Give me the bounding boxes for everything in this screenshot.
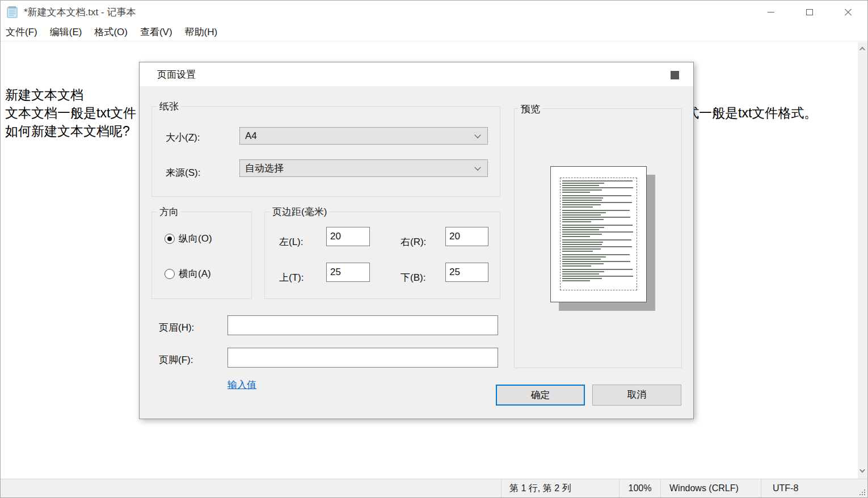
- preview-margin-outline: [560, 178, 637, 290]
- header-input[interactable]: [227, 315, 498, 335]
- orientation-group: 方向: [151, 212, 252, 299]
- paper-source-label: 来源(S):: [166, 166, 200, 179]
- margins-group: 页边距(毫米): [264, 212, 500, 299]
- portrait-radio[interactable]: 纵向(O): [165, 232, 212, 245]
- paper-size-select[interactable]: A4: [239, 127, 488, 145]
- input-value-link[interactable]: 输入值: [227, 378, 256, 391]
- portrait-radio-label: 纵向(O): [179, 232, 212, 245]
- minimize-icon: [768, 12, 774, 12]
- margin-bottom-input[interactable]: [445, 263, 488, 282]
- status-spacer: [1, 479, 501, 497]
- close-icon: [844, 7, 853, 16]
- paper-size-label: 大小(Z):: [166, 131, 200, 144]
- menu-bar: 文件(F) 编辑(E) 格式(O) 查看(V) 帮助(H): [1, 23, 867, 41]
- minimize-button[interactable]: [752, 1, 790, 23]
- chevron-down-icon: [474, 164, 481, 170]
- ok-button[interactable]: 确定: [496, 385, 585, 406]
- status-line-ending: Windows (CRLF): [660, 479, 761, 497]
- footer-label: 页脚(F):: [159, 353, 193, 366]
- paper-source-select[interactable]: 自动选择: [239, 159, 488, 177]
- vertical-scrollbar[interactable]: [858, 42, 867, 480]
- title-bar: *新建文本文档.txt - 记事本: [1, 1, 867, 23]
- menu-help[interactable]: 帮助(H): [179, 23, 224, 41]
- paper-source-value: 自动选择: [245, 162, 284, 175]
- dialog-close-button[interactable]: [663, 67, 686, 83]
- dialog-title-bar: 页面设置: [140, 62, 693, 86]
- radio-checked-icon: [165, 234, 175, 244]
- paper-size-value: A4: [245, 130, 257, 142]
- chevron-down-icon: [474, 132, 481, 138]
- window-controls: [752, 1, 867, 23]
- header-label: 页眉(H):: [159, 321, 194, 334]
- notepad-window: *新建文本文档.txt - 记事本 文件(F) 编辑(E) 格式(O) 查看(V…: [0, 0, 868, 498]
- preview-greek-text: [562, 180, 635, 281]
- menu-format[interactable]: 格式(O): [88, 23, 134, 41]
- margin-top-input[interactable]: [326, 263, 370, 282]
- paper-group: 纸张: [151, 106, 500, 197]
- margin-left-label: 左(L):: [279, 235, 304, 248]
- scroll-down-icon[interactable]: [860, 469, 865, 474]
- dialog-title: 页面设置: [157, 68, 196, 81]
- menu-view[interactable]: 查看(V): [134, 23, 179, 41]
- close-button[interactable]: [829, 1, 867, 23]
- margin-top-label: 上(T):: [279, 271, 304, 284]
- window-title: *新建文本文档.txt - 记事本: [24, 6, 136, 19]
- margins-group-label: 页边距(毫米): [270, 206, 329, 217]
- margin-left-input[interactable]: [326, 227, 370, 246]
- radio-unchecked-icon: [165, 269, 175, 279]
- status-bar: 第 1 行, 第 2 列 100% Windows (CRLF) UTF-8: [1, 479, 867, 497]
- dialog-close-icon: [671, 71, 679, 79]
- landscape-radio-label: 横向(A): [179, 267, 211, 280]
- margin-bottom-label: 下(B):: [401, 271, 425, 284]
- orientation-group-label: 方向: [157, 206, 181, 217]
- maximize-button[interactable]: [790, 1, 829, 23]
- footer-input[interactable]: [227, 348, 498, 368]
- status-cursor-position: 第 1 行, 第 2 列: [501, 479, 619, 497]
- notepad-icon: [6, 5, 19, 19]
- preview-label: 预览: [519, 103, 542, 116]
- menu-edit[interactable]: 编辑(E): [44, 23, 89, 41]
- document-line-1: 新建文本文档: [5, 86, 83, 103]
- status-encoding: UTF-8: [761, 479, 867, 497]
- document-line-3: 如何新建文本文档呢?: [5, 123, 130, 140]
- document-line-2-right: 式一般是txt文件格式。: [686, 104, 817, 121]
- preview-panel: 预览: [514, 108, 682, 368]
- margin-right-label: 右(R):: [401, 235, 426, 248]
- cancel-button[interactable]: 取消: [592, 385, 681, 406]
- resize-grip-icon[interactable]: [859, 489, 866, 496]
- maximize-icon: [806, 9, 813, 15]
- document-line-2-left: 文本文档一般是txt文件: [5, 104, 136, 121]
- preview-page: [550, 166, 647, 302]
- paper-group-label: 纸张: [157, 101, 181, 112]
- page-setup-dialog: 页面设置 纸张 大小(Z): A4 来源(S): 自动选择 方向 纵向(O) 横…: [139, 62, 694, 419]
- status-zoom-level: 100%: [619, 479, 660, 497]
- scroll-up-icon[interactable]: [860, 47, 865, 52]
- landscape-radio[interactable]: 横向(A): [165, 267, 211, 280]
- margin-right-input[interactable]: [445, 227, 488, 246]
- menu-file[interactable]: 文件(F): [1, 23, 44, 41]
